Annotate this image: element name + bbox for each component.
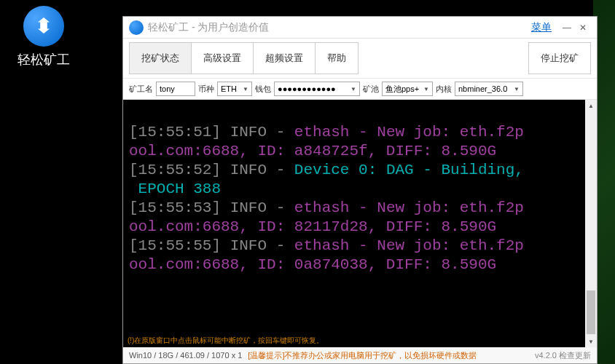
menu-link[interactable]: 菜单 <box>531 21 552 34</box>
close-button[interactable]: ✕ <box>575 21 591 34</box>
coin-label: 币种 <box>198 84 214 95</box>
toolbar: 挖矿状态 高级设置 超频设置 帮助 停止挖矿 <box>123 39 597 78</box>
console-output: .[15:55:51] INFO - ethash - New job: eth… <box>123 100 597 347</box>
chevron-down-icon: ▼ <box>514 86 520 92</box>
miner-name-label: 矿工名 <box>129 84 153 95</box>
chevron-down-icon: ▼ <box>423 86 429 92</box>
scroll-up-icon[interactable]: ▲ <box>585 100 597 111</box>
pool-select[interactable]: 鱼池pps+▼ <box>382 82 433 96</box>
config-row: 矿工名 币种 ETH▼ 钱包 ●●●●●●●●●●●●▼ 矿池 鱼池pps+▼ … <box>123 78 597 100</box>
tab-overclock-settings[interactable]: 超频设置 <box>253 42 316 74</box>
titlebar-logo-icon <box>129 20 144 35</box>
tab-mining-status[interactable]: 挖矿状态 <box>129 42 192 74</box>
wallet-select[interactable]: ●●●●●●●●●●●●▼ <box>274 82 360 96</box>
minimize-button[interactable]: — <box>559 21 575 34</box>
pool-label: 矿池 <box>363 84 379 95</box>
kernel-select-value: nbminer_36.0 <box>458 84 507 93</box>
tab-advanced-settings[interactable]: 高级设置 <box>191 42 254 74</box>
chevron-down-icon: ▼ <box>350 86 356 92</box>
desktop-shortcut[interactable]: 轻松矿工 <box>0 0 87 76</box>
app-icon <box>23 6 64 47</box>
titlebar-title: 轻松矿工 - 为用户创造价值 <box>148 21 531 34</box>
scrollbar[interactable]: ▲ ▼ <box>585 100 597 347</box>
chevron-down-icon: ▼ <box>243 86 248 92</box>
kernel-label: 内核 <box>436 84 452 95</box>
scroll-down-icon[interactable]: ▼ <box>585 336 597 347</box>
scrollbar-track[interactable] <box>585 111 597 336</box>
miner-name-input[interactable] <box>156 82 195 96</box>
desktop-shortcut-label: 轻松矿工 <box>0 51 87 68</box>
status-warning: [温馨提示]不推荐办公或家用电脑用于挖矿，以免损坏硬件或数据 <box>248 350 477 361</box>
console-text: .[15:55:51] INFO - ethash - New job: eth… <box>123 100 585 347</box>
wallet-label: 钱包 <box>255 84 271 95</box>
status-version[interactable]: v4.2.0 检查更新 <box>535 350 591 361</box>
stop-mining-button[interactable]: 停止挖矿 <box>528 42 591 74</box>
tab-help[interactable]: 帮助 <box>315 42 359 74</box>
app-window: 轻松矿工 - 为用户创造价值 菜单 — ✕ 挖矿状态 高级设置 超频设置 帮助 … <box>122 16 598 364</box>
titlebar: 轻松矿工 - 为用户创造价值 菜单 — ✕ <box>123 17 597 39</box>
wallet-select-value: ●●●●●●●●●●●● <box>278 84 336 93</box>
status-system-info: Win10 / 18G / 461.09 / 1070 x 1 <box>129 351 242 360</box>
coin-select[interactable]: ETH▼ <box>217 82 252 96</box>
status-bar: Win10 / 18G / 461.09 / 1070 x 1 [温馨提示]不推… <box>123 347 597 363</box>
scrollbar-thumb[interactable] <box>587 290 595 334</box>
console-warning: (!)在原版窗口中点击鼠标可能中断挖矿，按回车键即可恢复。 <box>128 337 324 344</box>
coin-select-value: ETH <box>221 84 237 93</box>
pool-select-value: 鱼池pps+ <box>385 84 419 95</box>
kernel-select[interactable]: nbminer_36.0▼ <box>455 82 523 96</box>
